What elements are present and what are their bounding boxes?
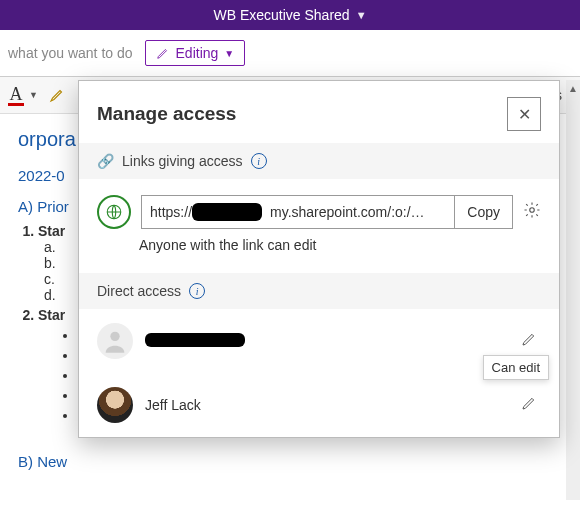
command-bar: what you want to do Editing ▼ xyxy=(0,30,580,77)
manage-access-dialog: Manage access ✕ 🔗 Links giving access i … xyxy=(78,80,560,438)
person-row: Can edit Jeff Lack xyxy=(79,373,559,437)
pencil-icon xyxy=(156,46,170,60)
person-name: Jeff Lack xyxy=(145,397,505,413)
share-link-row: https:// Copy xyxy=(79,179,559,237)
chevron-down-icon: ▼ xyxy=(29,90,38,100)
app-title-bar[interactable]: WB Executive Shared ▼ xyxy=(0,0,580,30)
font-color-swatch xyxy=(8,103,24,106)
share-url-field: https:// Copy xyxy=(141,195,513,229)
redacted-url-part xyxy=(192,203,262,221)
avatar-placeholder xyxy=(97,323,133,359)
close-icon: ✕ xyxy=(518,105,531,124)
chevron-down-icon: ▼ xyxy=(224,48,234,59)
vertical-scrollbar[interactable]: ▲ xyxy=(566,80,580,500)
links-giving-access-heading: 🔗 Links giving access i xyxy=(79,143,559,179)
close-button[interactable]: ✕ xyxy=(507,97,541,131)
permission-tooltip: Can edit xyxy=(483,355,549,380)
chevron-down-icon: ▼ xyxy=(356,9,367,21)
tell-me-hint[interactable]: what you want to do xyxy=(8,45,133,61)
edit-permission-button[interactable] xyxy=(517,391,541,419)
share-url-input[interactable] xyxy=(262,196,454,228)
person-name xyxy=(145,333,505,350)
link-settings-button[interactable] xyxy=(523,201,541,224)
edit-permission-button[interactable] xyxy=(517,327,541,355)
link-permission-description: Anyone with the link can edit xyxy=(79,237,559,273)
copy-link-button[interactable]: Copy xyxy=(454,196,512,228)
svg-point-1 xyxy=(530,207,535,212)
direct-access-heading: Direct access i xyxy=(79,273,559,309)
link-icon: 🔗 xyxy=(97,153,114,169)
font-color-button[interactable]: A ▼ xyxy=(8,84,38,106)
notebook-title: WB Executive Shared xyxy=(213,7,349,23)
scroll-up-arrow[interactable]: ▲ xyxy=(566,80,580,96)
dialog-title: Manage access xyxy=(97,103,236,125)
info-icon[interactable]: i xyxy=(251,153,267,169)
font-color-glyph: A xyxy=(10,84,23,105)
section-heading-b: B) New xyxy=(18,453,562,470)
editing-label: Editing xyxy=(176,45,219,61)
links-heading-label: Links giving access xyxy=(122,153,243,169)
pencil-icon xyxy=(521,331,537,347)
avatar-photo xyxy=(97,387,133,423)
globe-icon xyxy=(97,195,131,229)
svg-point-2 xyxy=(110,332,119,341)
url-prefix: https:// xyxy=(142,196,192,228)
pencil-icon xyxy=(521,395,537,411)
editing-mode-button[interactable]: Editing ▼ xyxy=(145,40,246,66)
info-icon[interactable]: i xyxy=(189,283,205,299)
highlighter-icon xyxy=(48,86,66,104)
redacted-name xyxy=(145,333,245,347)
highlighter-button[interactable] xyxy=(48,86,66,104)
gear-icon xyxy=(523,201,541,219)
direct-access-label: Direct access xyxy=(97,283,181,299)
